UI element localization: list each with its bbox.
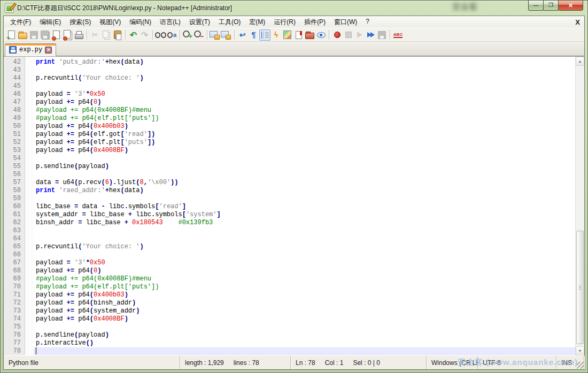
tab-close-icon[interactable]: ✕ <box>45 47 52 54</box>
save-all-icon <box>40 29 51 41</box>
print-icon[interactable] <box>73 29 84 41</box>
menu-item-11[interactable]: 窗口(W) <box>330 17 361 28</box>
code-line-73: payload += p64(system_addr) <box>34 307 575 315</box>
macro-run-multiple-icon[interactable] <box>365 29 376 41</box>
line-number[interactable]: 70 <box>4 283 25 291</box>
menu-item-3[interactable]: 视图(V) <box>95 17 125 28</box>
line-number[interactable]: 60 <box>4 203 25 211</box>
undo-icon[interactable] <box>128 29 139 41</box>
folder-as-workspace-icon[interactable] <box>304 29 315 41</box>
line-number[interactable]: 67 <box>4 259 25 267</box>
macro-record-icon[interactable] <box>331 29 343 41</box>
new-file-icon[interactable] <box>6 29 17 41</box>
menu-item-2[interactable]: 搜索(S) <box>65 17 95 28</box>
close-all-icon[interactable] <box>62 29 73 41</box>
spell-check-icon[interactable] <box>392 29 404 41</box>
status-encoding[interactable]: UTF-8 <box>478 356 556 369</box>
line-number[interactable]: 65 <box>4 243 25 251</box>
menubar-close-icon[interactable]: X <box>575 18 580 26</box>
line-number-gutter[interactable]: 4243444546474849505152535455565758596061… <box>4 57 25 355</box>
line-number[interactable]: 57 <box>4 179 25 187</box>
close-icon[interactable] <box>51 29 62 41</box>
line-number[interactable]: 69 <box>4 275 25 283</box>
line-number[interactable]: 72 <box>4 299 25 307</box>
paste-icon[interactable] <box>112 29 123 41</box>
line-number[interactable]: 47 <box>4 98 25 106</box>
line-number[interactable]: 64 <box>4 235 25 243</box>
line-number[interactable]: 53 <box>4 147 25 155</box>
line-number[interactable]: 74 <box>4 315 25 323</box>
find-icon[interactable] <box>155 29 166 41</box>
menu-item-9[interactable]: 运行(R) <box>269 17 300 28</box>
line-number[interactable]: 62 <box>4 219 25 227</box>
udl-dialog-icon[interactable] <box>270 29 282 41</box>
menu-item-0[interactable]: 文件(F) <box>6 17 35 28</box>
word-wrap-icon[interactable] <box>237 29 248 41</box>
show-all-characters-icon[interactable] <box>248 29 259 41</box>
scroll-up-arrow-icon[interactable]: ▲ <box>576 57 584 66</box>
line-number[interactable]: 50 <box>4 123 25 131</box>
line-number[interactable]: 51 <box>4 131 25 139</box>
menu-item-6[interactable]: 设置(T) <box>185 17 214 28</box>
line-number[interactable]: 73 <box>4 307 25 315</box>
minimize-button[interactable]: — <box>528 1 544 11</box>
line-number[interactable]: 56 <box>4 171 25 179</box>
code-area[interactable]: print 'puts_addr:'+hex(data)p.recvuntil(… <box>34 57 575 355</box>
scroll-down-arrow-icon[interactable]: ▼ <box>576 346 584 355</box>
line-number[interactable]: 45 <box>4 82 25 90</box>
line-number[interactable]: 78 <box>4 347 25 355</box>
status-ln: Ln : 78 <box>296 359 315 367</box>
document-switcher-icon[interactable] <box>293 29 304 41</box>
line-number[interactable]: 42 <box>4 58 25 66</box>
line-number[interactable]: 59 <box>4 195 25 203</box>
line-number[interactable]: 43 <box>4 66 25 74</box>
menu-item-1[interactable]: 编辑(E) <box>35 17 65 28</box>
code-line-49: #payload += p64(elf.plt['puts']) <box>34 115 575 123</box>
line-number[interactable]: 49 <box>4 115 25 123</box>
document-map-icon[interactable] <box>282 29 293 41</box>
fold-margin[interactable] <box>25 57 34 355</box>
zoom-in-icon[interactable] <box>182 29 194 41</box>
code-line-65: p.recvuntil('Your choice: ') <box>34 243 575 251</box>
line-number[interactable]: 71 <box>4 291 25 299</box>
tab-exp-py[interactable]: exp.py ✕ <box>5 43 56 56</box>
titlebar[interactable]: D:\CTF比赛题目\ISCC 2018\PWN\Login\exp.py - … <box>1 1 587 16</box>
line-number[interactable]: 58 <box>4 187 25 195</box>
resize-grip[interactable] <box>577 362 584 369</box>
line-number[interactable]: 63 <box>4 227 25 235</box>
line-number[interactable]: 61 <box>4 211 25 219</box>
zoom-out-icon[interactable] <box>194 29 205 41</box>
sync-horizontal-scroll-icon[interactable] <box>221 29 232 41</box>
status-eol-format[interactable]: Windows (CR LF) <box>427 356 478 369</box>
code-line-63 <box>34 227 575 235</box>
indent-guide-icon[interactable] <box>259 29 270 41</box>
line-number[interactable]: 48 <box>4 106 25 115</box>
line-number[interactable]: 44 <box>4 74 25 82</box>
close-button[interactable]: ✕ <box>558 1 583 11</box>
code-line-75 <box>34 323 575 331</box>
monitoring-icon[interactable] <box>315 29 327 41</box>
menu-item-4[interactable]: 编码(N) <box>125 17 156 28</box>
code-line-47: payload += p64(0) <box>34 98 575 106</box>
line-number[interactable]: 75 <box>4 323 25 331</box>
line-number[interactable]: 54 <box>4 155 25 163</box>
tab-label: exp.py <box>19 46 42 54</box>
sync-vertical-scroll-icon[interactable] <box>210 29 221 41</box>
menu-item-10[interactable]: 插件(P) <box>300 17 330 28</box>
line-number[interactable]: 55 <box>4 163 25 171</box>
line-number[interactable]: 76 <box>4 331 25 339</box>
replace-icon[interactable] <box>166 29 177 41</box>
line-number[interactable]: 52 <box>4 139 25 147</box>
line-number[interactable]: 68 <box>4 267 25 275</box>
line-number[interactable]: 66 <box>4 251 25 259</box>
menu-item-7[interactable]: 工具(O) <box>214 17 245 28</box>
open-icon[interactable] <box>17 29 28 41</box>
menu-item-8[interactable]: 宏(M) <box>245 17 269 28</box>
menu-item-5[interactable]: 语言(L) <box>156 17 185 28</box>
menu-item-12[interactable]: ? <box>361 17 374 28</box>
line-number[interactable]: 77 <box>4 339 25 347</box>
maximize-button[interactable]: ❐ <box>543 1 559 11</box>
vertical-scrollbar[interactable]: ▲ ▼ <box>575 57 584 355</box>
scrollbar-thumb[interactable] <box>576 231 584 344</box>
line-number[interactable]: 46 <box>4 90 25 98</box>
